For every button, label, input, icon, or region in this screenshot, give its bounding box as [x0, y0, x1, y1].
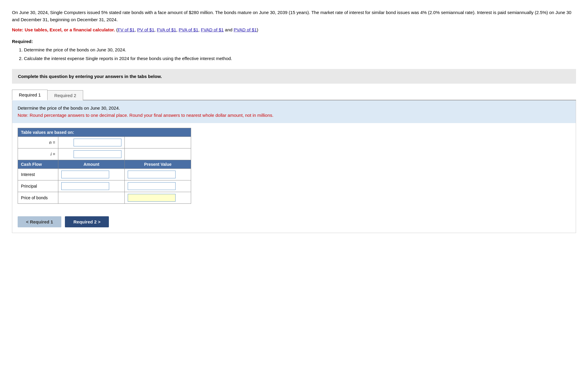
i-pv-cell [125, 148, 191, 160]
link-fvad[interactable]: FVAD of $1 [201, 27, 223, 32]
complete-banner-text: Complete this question by entering your … [18, 74, 162, 79]
principal-label: Principal [18, 180, 58, 192]
intro-text: On June 30, 2024, Single Computers issue… [12, 10, 571, 22]
tab-row: Required 1 Required 2 [12, 89, 576, 100]
col-amount: Amount [58, 160, 125, 169]
n-input[interactable] [74, 139, 121, 146]
tab-required-2[interactable]: Required 2 [47, 90, 83, 100]
principal-amount-cell[interactable] [58, 180, 125, 192]
price-pv-cell[interactable] [125, 192, 191, 204]
required-label: Required: [12, 39, 33, 44]
principal-amount-input[interactable] [61, 182, 109, 190]
i-label: i = [18, 148, 58, 160]
n-input-cell[interactable] [58, 137, 125, 148]
principal-pv-cell[interactable] [125, 180, 191, 192]
tab-content: Determine the price of the bonds on June… [12, 100, 576, 233]
i-input[interactable] [74, 150, 121, 158]
required-item-1: Determine the price of the bonds on June… [24, 46, 576, 54]
principal-row: Principal [18, 180, 191, 192]
interest-label: Interest [18, 169, 58, 180]
intro-paragraph: On June 30, 2024, Single Computers issue… [12, 9, 576, 23]
required-item-2: Calculate the interest expense Single re… [24, 54, 576, 62]
note-line: Note: Use tables, Excel, or a financial … [12, 26, 576, 33]
interest-amount-cell[interactable] [58, 169, 125, 180]
instruction-line1: Determine the price of the bonds on June… [18, 105, 570, 112]
link-pv[interactable]: PV of $1 [137, 27, 155, 32]
i-row: i = [18, 148, 191, 160]
link-pva[interactable]: PVA of $1 [179, 27, 199, 32]
instruction-note: Note: Round percentage answers to one de… [18, 112, 570, 119]
tabs-container: Required 1 Required 2 [12, 89, 576, 100]
required-list: Determine the price of the bonds on June… [24, 46, 576, 62]
link-fva[interactable]: FVA of $1 [157, 27, 176, 32]
col-pv: Present Value [125, 160, 191, 169]
interest-pv-input[interactable] [128, 171, 176, 178]
price-amount-cell [58, 192, 125, 204]
complete-banner: Complete this question by entering your … [12, 69, 576, 84]
nav-buttons: < Required 1 Required 2 > [12, 216, 576, 233]
price-row: Price of bonds [18, 192, 191, 204]
link-pvad[interactable]: PVAD of $1 [234, 27, 257, 32]
tab-required-1[interactable]: Required 1 [12, 90, 48, 100]
interest-amount-input[interactable] [61, 171, 109, 178]
link-fv[interactable]: FV of $1 [118, 27, 135, 32]
i-input-cell[interactable] [58, 148, 125, 160]
principal-pv-input[interactable] [128, 182, 176, 190]
interest-row: Interest [18, 169, 191, 180]
note-links: (FV of $1, PV of $1, FVA of $1, PVA of $… [116, 27, 258, 32]
note-bold: Note: Use tables, Excel, or a financial … [12, 27, 115, 32]
n-pv-cell [125, 137, 191, 148]
required-section: Required: Determine the price of the bon… [12, 39, 576, 62]
interest-pv-cell[interactable] [125, 169, 191, 180]
price-pv-input[interactable] [128, 194, 176, 202]
calc-table: Table values are based on: n = i = [18, 128, 191, 204]
next-button[interactable]: Required 2 > [65, 216, 109, 227]
col-cashflow: Cash Flow [18, 160, 58, 169]
tab-instruction: Determine the price of the bonds on June… [12, 100, 576, 123]
table-section: Table values are based on: n = i = [12, 123, 576, 210]
prev-button[interactable]: < Required 1 [18, 216, 61, 227]
n-row: n = [18, 137, 191, 148]
column-header-row: Cash Flow Amount Present Value [18, 160, 191, 169]
table-header: Table values are based on: [18, 128, 191, 137]
n-label: n = [18, 137, 58, 148]
price-label: Price of bonds [18, 192, 58, 204]
